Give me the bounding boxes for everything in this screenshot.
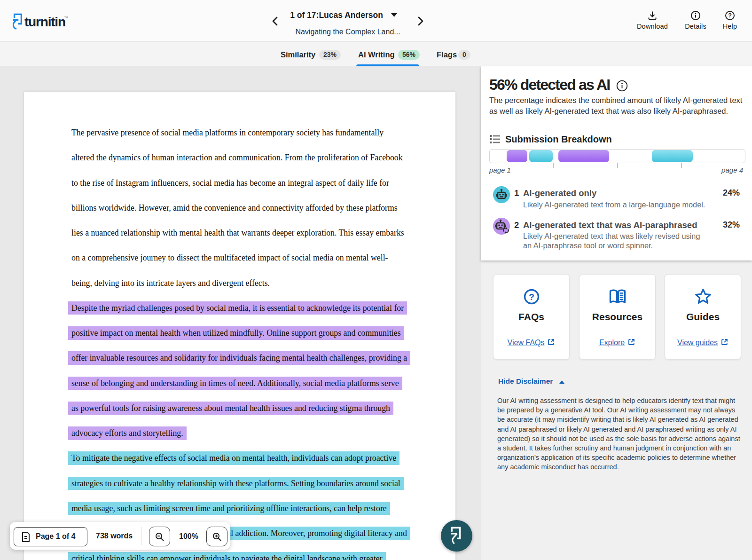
- svg-text:?: ?: [728, 12, 732, 19]
- svg-text:?: ?: [529, 292, 534, 302]
